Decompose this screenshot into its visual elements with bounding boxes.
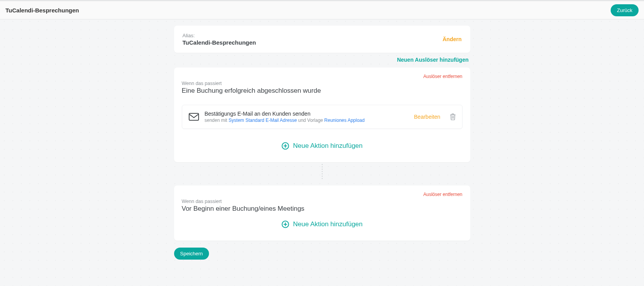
add-action-label: Neue Aktion hinzufügen: [293, 220, 363, 228]
envelope-icon: [188, 113, 199, 121]
action-sub-link-sender[interactable]: System Standard E-Mail Adresse: [229, 118, 297, 123]
remove-trigger-row: Auslöser entfernen: [182, 192, 463, 197]
remove-trigger-link[interactable]: Auslöser entfernen: [423, 192, 463, 197]
page-content: Alias: TuCalendi-Besprechungen Ändern Ne…: [171, 26, 473, 260]
trigger-card: Auslöser entfernen Wenn das passiert Ein…: [174, 68, 470, 162]
top-bar: TuCalendi-Besprechungen Zurück: [0, 0, 644, 19]
svg-point-7: [321, 176, 323, 177]
svg-point-3: [321, 166, 323, 168]
remove-trigger-row: Auslöser entfernen: [182, 74, 463, 79]
edit-action-link[interactable]: Bearbeiten: [414, 114, 440, 120]
action-title: Bestätigungs E-Mail an den Kunden senden: [205, 111, 409, 117]
alias-value: TuCalendi-Besprechungen: [183, 39, 256, 46]
back-button[interactable]: Zurück: [611, 4, 639, 16]
add-trigger-link[interactable]: Neuen Auslöser hinzufügen: [397, 57, 469, 63]
svg-rect-0: [189, 113, 198, 120]
save-button[interactable]: Speichern: [174, 248, 209, 260]
svg-point-6: [321, 173, 323, 175]
svg-point-5: [321, 171, 323, 172]
page-title: TuCalendi-Besprechungen: [5, 7, 79, 14]
alias-card: Alias: TuCalendi-Besprechungen Ändern: [174, 26, 470, 53]
action-item: Bestätigungs E-Mail an den Kunden senden…: [182, 105, 463, 129]
svg-point-2: [321, 164, 323, 165]
alias-label: Alias:: [183, 33, 256, 38]
add-trigger-row: Neuen Auslöser hinzufügen: [174, 53, 470, 63]
add-action-button[interactable]: Neue Aktion hinzufügen: [182, 129, 463, 154]
action-sub-prefix: senden mit: [205, 118, 229, 123]
when-label: Wenn das passiert: [182, 199, 463, 204]
remove-trigger-link[interactable]: Auslöser entfernen: [423, 74, 463, 79]
trash-icon[interactable]: [450, 113, 456, 120]
alias-text-block: Alias: TuCalendi-Besprechungen: [183, 33, 256, 46]
change-alias-link[interactable]: Ändern: [443, 36, 462, 42]
save-row: Speichern: [174, 248, 470, 260]
add-action-button[interactable]: Neue Aktion hinzufügen: [182, 213, 463, 232]
svg-point-8: [321, 178, 323, 179]
when-title: Vor Beginn einer Buchung/eines Meetings: [182, 205, 463, 213]
action-sub-link-template[interactable]: Reuniones Appload: [324, 118, 364, 123]
action-sub-mid: und Vorlage: [297, 118, 325, 123]
action-text: Bestätigungs E-Mail an den Kunden senden…: [205, 111, 409, 123]
when-label: Wenn das passiert: [182, 81, 463, 86]
action-subtitle: senden mit System Standard E-Mail Adress…: [205, 118, 409, 123]
svg-point-4: [321, 169, 323, 170]
add-action-label: Neue Aktion hinzufügen: [293, 142, 363, 150]
trigger-card: Auslöser entfernen Wenn das passiert Vor…: [174, 185, 470, 241]
plus-circle-icon: [281, 220, 289, 228]
when-title: Eine Buchung erfolgreich abgeschlossen w…: [182, 87, 463, 95]
vertical-connector: [174, 162, 470, 181]
plus-circle-icon: [281, 142, 289, 150]
